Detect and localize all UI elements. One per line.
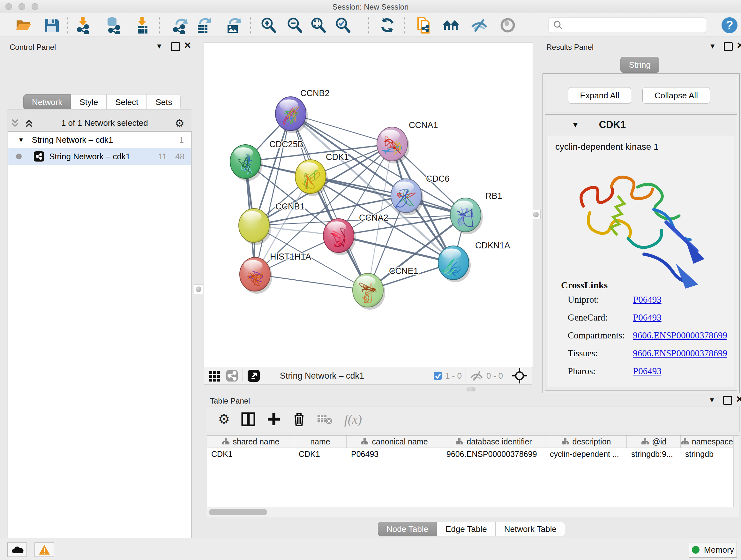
import-table-icon[interactable] (133, 16, 151, 34)
control-panel-collapse-icon[interactable]: ▼ (156, 42, 163, 51)
column-header-namespace[interactable]: namespace (681, 435, 733, 448)
network-row[interactable]: String Network – cdk1 11 48 (8, 148, 191, 165)
results-panel-collapse-icon[interactable]: ▼ (709, 42, 716, 51)
network-collection-row[interactable]: ▼ String Network – cdk1 1 (8, 132, 191, 148)
zoom-in-icon[interactable] (259, 16, 277, 34)
crosslink-link[interactable]: P06493 (633, 294, 662, 305)
network-status-dot (16, 153, 22, 159)
function-builder-icon[interactable]: f(x) (344, 412, 362, 427)
node-RB1[interactable]: RB1 (450, 191, 502, 234)
grid-view-icon[interactable] (208, 369, 221, 382)
control-panel-close-icon[interactable]: ✕ (184, 42, 191, 49)
cell-shared-name[interactable]: CDK1 (207, 448, 294, 460)
search-input[interactable] (566, 20, 706, 30)
help-icon[interactable]: ? (721, 16, 738, 34)
memory-status-dot (692, 546, 699, 554)
node-CCNB2[interactable]: CCNB2 (275, 88, 330, 133)
results-panel-float-icon[interactable] (724, 42, 733, 51)
node-CDKN1A[interactable]: CDKN1A (438, 241, 510, 282)
export-table-icon[interactable] (195, 16, 212, 34)
memory-button[interactable]: Memory (689, 542, 737, 558)
delete-table-icon[interactable] (317, 413, 333, 426)
column-header--id[interactable]: @id (627, 435, 681, 448)
protein-card-header[interactable]: ▼ CDK1 (545, 115, 737, 135)
tab-style[interactable]: Style (71, 94, 107, 110)
network-node-count: 11 (158, 152, 167, 162)
table-panel-close-icon[interactable]: ✕ (736, 396, 741, 403)
node-CCNA1[interactable]: CCNA1 (377, 120, 438, 164)
show-graphics-icon[interactable] (499, 16, 517, 34)
table-panel-collapse-icon[interactable]: ▼ (709, 396, 716, 404)
expand-all-button[interactable]: Expand All (568, 87, 631, 104)
cell--id[interactable]: stringdb:9... (627, 448, 681, 460)
warning-status-button[interactable] (35, 543, 54, 557)
expand-all-icon[interactable] (23, 118, 35, 129)
node-HIST1H1A[interactable]: HIST1H1A (240, 252, 311, 294)
column-header-name[interactable]: name (294, 435, 347, 448)
crosshair-icon[interactable] (511, 368, 528, 384)
protein-card-expander-icon[interactable]: ▼ (571, 120, 579, 129)
crosslink-link[interactable]: 9606.ENSP00000378699 (633, 348, 727, 359)
node-CCNE1[interactable]: CCNE1 (353, 266, 418, 310)
table-vertical-scrollbar[interactable] (733, 435, 739, 508)
control-panel: Control Panel ▼ ✕ Network Style Select S… (0, 37, 199, 538)
tab-node-table[interactable]: Node Table (378, 522, 437, 537)
warning-icon (38, 544, 51, 555)
table-row[interactable]: CDK1CDK1P064939606.ENSP00000378699cyclin… (207, 448, 733, 460)
left-splitter-handle[interactable] (194, 285, 203, 294)
tree-expander-icon[interactable]: ▼ (18, 136, 24, 144)
column-header-canonical-name[interactable]: canonical name (347, 435, 442, 448)
copy-share-icon[interactable] (415, 16, 433, 34)
export-network-icon[interactable] (171, 16, 189, 34)
table-panel-float-icon[interactable] (723, 396, 732, 405)
crosslink-link[interactable]: 9606.ENSP00000378699 (633, 330, 727, 341)
cloud-status-button[interactable] (7, 543, 27, 557)
tab-network[interactable]: Network (23, 94, 71, 110)
network-list-icon[interactable] (225, 369, 239, 382)
scrollbar-thumb[interactable] (209, 509, 267, 515)
network-options-gear-icon[interactable]: ⚙ (175, 117, 185, 130)
cell-description[interactable]: cyclin-dependent ... (545, 448, 627, 460)
tab-network-table[interactable]: Network Table (495, 522, 565, 537)
results-panel-close-icon[interactable]: ✕ (737, 42, 741, 49)
zoom-selected-icon[interactable] (334, 16, 352, 34)
shared-column-icon (455, 438, 463, 445)
hide-selected-icon[interactable] (470, 16, 488, 34)
selected-checkbox-icon[interactable] (433, 371, 443, 381)
show-columns-icon[interactable] (241, 412, 256, 427)
crosslink-link[interactable]: P06493 (633, 312, 662, 323)
column-header-shared-name[interactable]: shared name (207, 435, 294, 448)
column-header-database-identifier[interactable]: database identifier (442, 435, 545, 448)
cell-namespace[interactable]: stringdb (681, 448, 733, 460)
node-CDC25B[interactable]: CDC25B (230, 139, 304, 181)
tab-select[interactable]: Select (107, 94, 147, 110)
import-network-database-icon[interactable] (105, 16, 123, 34)
tab-sets[interactable]: Sets (147, 94, 181, 110)
cell-name[interactable]: CDK1 (294, 448, 347, 460)
cell-canonical-name[interactable]: P06493 (347, 448, 442, 460)
horizontal-splitter-handle[interactable] (467, 387, 475, 391)
collapse-all-icon[interactable] (10, 118, 20, 129)
first-neighbors-icon[interactable] (442, 16, 460, 34)
export-image-icon[interactable] (224, 16, 242, 34)
network-canvas[interactable]: CCNB2CCNA1CDC25BCDK1CDC6RB1CCNB1CCNA2CDK… (204, 43, 533, 368)
column-header-description[interactable]: description (545, 435, 627, 448)
table-settings-gear-icon[interactable]: ⚙ (218, 413, 230, 426)
tab-string[interactable]: String (620, 57, 659, 73)
refresh-icon[interactable] (379, 16, 396, 34)
create-column-icon[interactable] (266, 412, 281, 427)
title-bar: Session: New Session (0, 0, 741, 13)
table-horizontal-scrollbar[interactable] (207, 507, 739, 517)
import-network-file-icon[interactable] (74, 16, 92, 34)
crosslink-link[interactable]: P06493 (633, 366, 662, 376)
save-session-icon[interactable] (43, 16, 61, 34)
open-session-icon[interactable] (14, 16, 32, 34)
control-panel-float-icon[interactable] (171, 42, 180, 51)
zoom-out-icon[interactable] (286, 16, 304, 34)
tab-edge-table[interactable]: Edge Table (437, 522, 495, 537)
zoom-fit-icon[interactable] (309, 16, 327, 34)
delete-column-icon[interactable] (292, 412, 306, 427)
collapse-all-button[interactable]: Collapse All (643, 87, 710, 104)
cell-database-identifier[interactable]: 9606.ENSP00000378699 (442, 448, 545, 460)
birdseye-view-icon[interactable] (247, 369, 261, 383)
